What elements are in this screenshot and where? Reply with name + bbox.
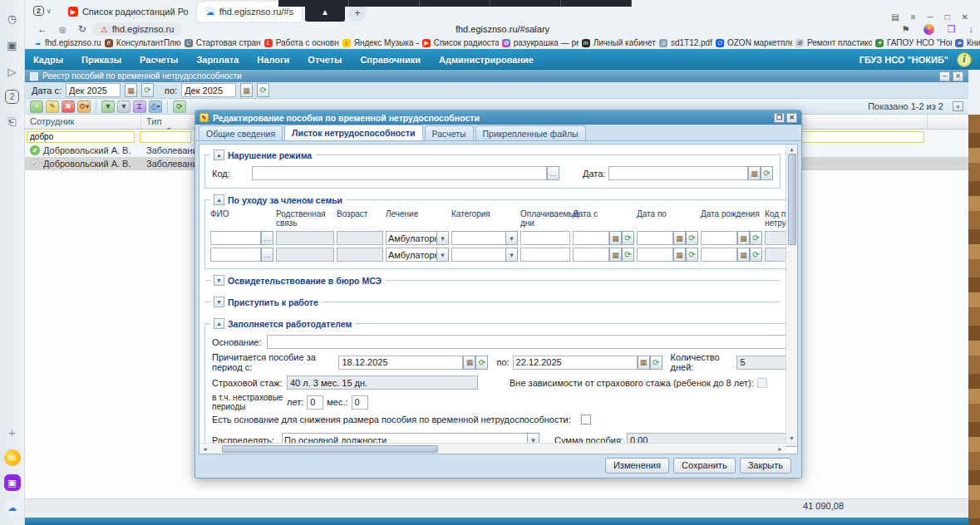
mail-icon[interactable]: ✉ <box>4 449 21 466</box>
profile-avatar[interactable] <box>923 24 934 35</box>
tab-general[interactable]: Общие сведения <box>199 125 283 140</box>
date-refresh-icon[interactable]: ⟳ <box>257 83 269 97</box>
bookmark-item[interactable]: mЛичный кабинет <box>582 38 656 47</box>
sum-button[interactable]: Σ <box>133 101 146 113</box>
close-button[interactable]: Закрыть <box>740 458 791 473</box>
lookup-icon[interactable]: … <box>261 231 273 245</box>
app-icon[interactable]: ▣ <box>4 474 21 491</box>
date-from-input[interactable] <box>573 248 609 262</box>
calendar-icon[interactable]: ▦ <box>125 83 137 97</box>
violation-code-input[interactable] <box>252 166 547 180</box>
dialog-restore-icon[interactable]: ❐ <box>774 113 785 123</box>
months-input[interactable] <box>352 395 368 410</box>
vertical-scrollbar[interactable]: ▲ ▼ <box>785 145 797 443</box>
lookup-icon[interactable]: … <box>547 166 559 180</box>
fio-input[interactable] <box>210 231 261 245</box>
delete-button[interactable]: ✖ <box>62 101 75 113</box>
date-to-input[interactable] <box>181 83 236 97</box>
scroll-thumb[interactable] <box>788 154 796 245</box>
collapse-icon[interactable]: ▲ <box>214 194 224 205</box>
collections-icon[interactable]: ❒ <box>948 24 956 35</box>
collapse-icon[interactable]: ▲ <box>214 150 224 160</box>
scroll-thumb[interactable] <box>222 445 438 453</box>
edit-button[interactable]: ✎ <box>46 101 59 113</box>
scroll-left-icon[interactable]: ◄ <box>199 446 210 452</box>
paid-days-input[interactable] <box>520 231 570 245</box>
date-from-input[interactable] <box>573 231 609 245</box>
date-to-input[interactable] <box>637 248 673 262</box>
dialog-header[interactable]: ✎ Редактирование пособия по временной не… <box>195 110 801 125</box>
ep-filter-input[interactable] <box>783 131 924 143</box>
close-icon[interactable]: ✕ <box>962 12 968 22</box>
tab-calculations[interactable]: Расчеты <box>425 125 474 140</box>
menu-nalogi[interactable]: Налоги <box>257 55 289 65</box>
basis-input[interactable] <box>267 335 798 349</box>
period-from-input[interactable] <box>338 356 463 370</box>
calendar-icon[interactable]: ▦ <box>638 356 650 370</box>
refresh-button[interactable]: ⟳ <box>173 101 186 113</box>
bookmark-flag-icon[interactable]: ⚑ <box>902 24 910 35</box>
expand-icon[interactable]: ▼ <box>214 275 224 286</box>
date-refresh-icon[interactable]: ⟳ <box>650 356 662 370</box>
column-employee[interactable]: Сотрудник <box>25 115 141 129</box>
menu-spravochniki[interactable]: Справочники <box>360 55 421 65</box>
chevron-down-icon[interactable]: ▾ <box>505 248 518 262</box>
bookmark-item[interactable]: LРабота с основн <box>264 38 339 47</box>
calendar-icon[interactable]: ▦ <box>673 231 686 245</box>
calendar-icon[interactable]: ▦ <box>463 356 475 370</box>
bookmark-item[interactable]: ☁fhd.egisznso.ru <box>33 38 101 47</box>
calendar-icon[interactable]: ▦ <box>609 231 622 245</box>
calendar-icon[interactable]: ▦ <box>609 248 622 262</box>
downloads-icon[interactable]: ↓ <box>969 24 974 34</box>
bookmark-item[interactable]: ССтартовая стран <box>185 38 261 47</box>
panel-minimize-icon[interactable]: ─ <box>939 71 950 81</box>
bookmark-item[interactable]: ✦ГАПОУ НСО "Нов <box>875 38 952 47</box>
scroll-down-icon[interactable]: ▼ <box>789 434 795 443</box>
menu-otchety[interactable]: Отчеты <box>308 55 342 65</box>
menu-icon[interactable]: ≡ <box>911 12 916 22</box>
menu-zarplata[interactable]: Зарплата <box>196 55 239 65</box>
expand-icon[interactable]: ▼ <box>214 297 224 307</box>
chevron-down-icon[interactable]: ▾ <box>505 231 518 245</box>
back-icon[interactable]: ← <box>37 23 47 35</box>
bookmark-item[interactable]: ✿разукрашка — ре <box>502 38 579 47</box>
reload-icon[interactable]: ↻ <box>78 23 86 35</box>
date-refresh-icon[interactable]: ⟳ <box>750 248 762 262</box>
bookmark-item[interactable]: OOZON маркетпле <box>716 38 792 47</box>
dialog-close-icon[interactable]: ✕ <box>786 113 797 123</box>
scroll-up-icon[interactable]: ▲ <box>789 145 795 154</box>
date-refresh-icon[interactable]: ⟳ <box>475 356 488 370</box>
bookmark-item[interactable]: ◎sd1T12.pdf <box>659 38 712 47</box>
menu-kadry[interactable]: Кадры <box>33 55 63 65</box>
save-button[interactable]: Сохранить <box>673 458 736 473</box>
fio-input[interactable] <box>210 248 261 262</box>
player-icon[interactable]: ▷ <box>4 63 21 80</box>
collapse-panel-icon[interactable]: « <box>953 101 963 111</box>
lookup-icon[interactable]: … <box>261 248 273 262</box>
category-select[interactable]: ▾ <box>451 248 518 262</box>
scroll-right-icon[interactable]: ► <box>775 446 785 452</box>
screenshot-icon[interactable]: ⎗ <box>4 114 21 130</box>
changes-button[interactable]: Изменения <box>605 458 669 473</box>
calendar-icon[interactable]: ▦ <box>673 248 686 262</box>
chevron-down-icon[interactable]: ▾ <box>436 231 449 245</box>
tab-sick-leave[interactable]: Листок нетрудоспособности <box>284 125 422 140</box>
date-refresh-icon[interactable]: ⟳ <box>750 231 762 245</box>
print-button[interactable]: ⎙▾ <box>149 101 162 113</box>
collapsed-tabs-strip[interactable] <box>278 0 632 7</box>
collapse-icon[interactable]: ▲ <box>214 318 224 329</box>
employee-filter-input[interactable] <box>27 131 135 143</box>
calendar-icon[interactable]: ▦ <box>737 248 750 262</box>
tab-radio-stations[interactable]: ▶ Список радиостанций Ро <box>60 2 197 22</box>
bookmark-item[interactable]: ♪Яндекс Музыка – <box>342 38 419 47</box>
calendar-icon[interactable]: ▦ <box>737 231 750 245</box>
date-refresh-icon[interactable]: ⟳ <box>622 248 634 262</box>
menu-raschety[interactable]: Расчеты <box>140 55 178 65</box>
date-to-input[interactable] <box>637 231 673 245</box>
url-field[interactable]: ⚠ fhd.egisznso.ru <box>92 22 183 36</box>
date-refresh-icon[interactable]: ⟳ <box>761 166 773 180</box>
tabs-panel-icon[interactable]: ▣ <box>4 37 21 53</box>
cloud-icon[interactable]: ☁ <box>4 499 21 516</box>
paid-days-input[interactable] <box>520 248 570 262</box>
add-button[interactable]: + <box>30 101 43 113</box>
